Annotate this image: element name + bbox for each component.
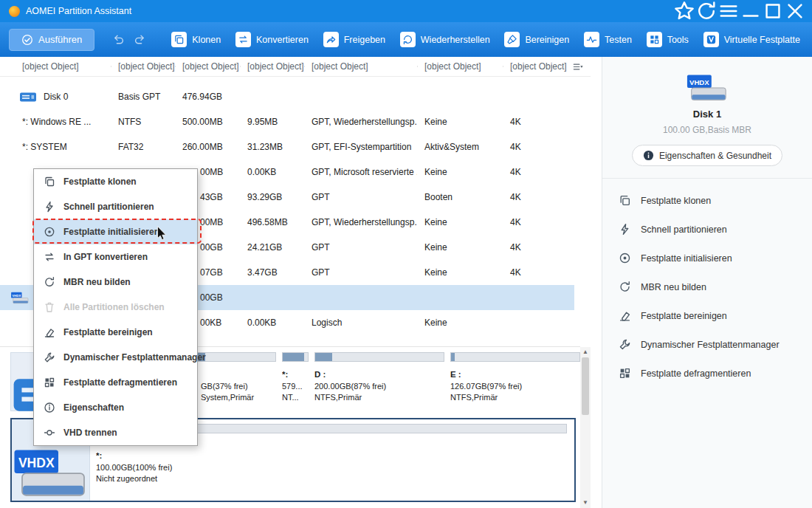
row-status: Keine	[417, 267, 503, 278]
undo-icon[interactable]	[112, 33, 125, 46]
toolbar-item-label: Virtuelle Festplatte	[724, 35, 800, 45]
context-menu-item-label: Festplatte initialisieren	[63, 227, 159, 237]
row-alignment: 4K	[503, 117, 568, 127]
context-menu-item[interactable]: Festplatte initialisieren	[34, 219, 197, 244]
disk-action-item[interactable]: Festplatte defragmentieren	[619, 359, 812, 388]
disk-action-label: Festplatte initialisieren	[641, 253, 732, 264]
toolbar-item-icon	[584, 32, 599, 47]
toolbar-item-icon	[171, 32, 187, 47]
context-menu-item[interactable]: In GPT konvertieren	[34, 244, 197, 270]
disk-action-item[interactable]: MBR neu bilden	[619, 272, 812, 301]
disk-action-icon	[619, 223, 631, 236]
properties-health-button[interactable]: Eigenschaften & Gesundheit	[632, 145, 782, 166]
toolbar-item-icon	[400, 32, 416, 47]
row-size: 476.94GB	[175, 92, 240, 102]
row-size: 500.00MB	[175, 117, 240, 127]
context-menu-item[interactable]: Eigenschaften	[34, 395, 197, 420]
context-menu-item[interactable]: Alle Partitionen löschen	[34, 295, 197, 320]
context-menu-item-label: Dynamischer Festplattenmanager	[63, 352, 206, 363]
row-status: Keine	[417, 242, 503, 253]
disk-action-label: MBR neu bilden	[641, 282, 706, 292]
toolbar-item-label: Konvertieren	[256, 35, 309, 45]
context-menu-item-icon	[44, 402, 55, 413]
scrollbar[interactable]: ▲ ▼	[580, 347, 591, 508]
toolbar-item[interactable]: Bereinigen	[504, 32, 569, 47]
context-menu-item-label: Festplatte bereinigen	[63, 327, 153, 337]
disk-action-item[interactable]: Festplatte initialisieren	[619, 244, 812, 272]
selected-disk-info: 100.00 GB,Basis MBR	[602, 125, 812, 135]
column-header[interactable]: [object Object]	[304, 61, 417, 72]
column-header[interactable]: [object Object]	[175, 61, 240, 72]
disk-action-icon	[619, 338, 631, 351]
close-button[interactable]	[784, 0, 806, 22]
row-alignment: 4K	[503, 267, 568, 278]
partition-fs: NT...	[282, 393, 309, 402]
scroll-thumb[interactable]	[582, 357, 589, 415]
table-row[interactable]: Disk 0 Basis GPT 476.94GB	[0, 84, 591, 109]
context-menu-item[interactable]: Festplatte bereinigen	[34, 320, 197, 345]
partition-letter: E :	[450, 370, 580, 380]
context-menu-item[interactable]: MBR neu bilden	[34, 270, 197, 295]
column-header[interactable]: [object Object]	[111, 61, 175, 72]
partition-block[interactable]: E : 126.07GB(97% frei) NTFS,Primär	[450, 352, 580, 411]
scroll-up-button[interactable]: ▲	[582, 347, 588, 357]
toolbar-item[interactable]: Klonen	[171, 32, 221, 47]
partition-block[interactable]: D : 200.00GB(87% frei) NTFS,Primär	[314, 352, 444, 411]
toolbar-item[interactable]: Testen	[584, 32, 632, 47]
row-size: 260.00MB	[175, 142, 240, 152]
context-menu-item[interactable]: Dynamischer Festplattenmanager	[34, 345, 197, 370]
usage-bar-fill	[283, 353, 304, 361]
row-alignment: 4K	[503, 192, 568, 202]
toolbar-item-label: Testen	[605, 35, 632, 45]
row-name: *: SYSTEM	[22, 142, 67, 152]
column-header[interactable]: [object Object]	[240, 61, 304, 72]
mouse-cursor	[156, 226, 167, 241]
redo-icon[interactable]	[134, 33, 146, 46]
row-used: 9.95MB	[240, 117, 304, 127]
partition-fs: NTFS,Primär	[314, 393, 444, 402]
menu-icon[interactable]	[718, 0, 740, 22]
context-menu-item[interactable]: Schnell partitionieren	[34, 194, 197, 219]
window-title: AOMEI Partition Assistant	[26, 6, 131, 16]
toolbar-item[interactable]: Wiederherstellen	[400, 32, 490, 47]
favorites-star-icon[interactable]	[673, 0, 695, 22]
disk-action-item[interactable]: Schnell partitionieren	[619, 215, 812, 244]
minimize-button[interactable]	[740, 0, 762, 22]
row-name: *: Windows RE ...	[22, 117, 91, 127]
context-menu-item-label: Alle Partitionen löschen	[63, 302, 165, 312]
disk-action-item[interactable]: Festplatte klonen	[619, 186, 812, 215]
column-header[interactable]: [object Object]	[503, 61, 568, 72]
refresh-icon[interactable]	[695, 0, 718, 22]
toolbar-item[interactable]: Freigeben	[323, 32, 385, 47]
disk-action-item[interactable]: Dynamischer Festplattenmanager	[619, 330, 812, 359]
scroll-down-button[interactable]: ▼	[582, 498, 588, 508]
maximize-button[interactable]	[762, 0, 784, 22]
partition-block[interactable]: *: 579... NT...	[282, 352, 309, 411]
app-window: AOMEI Partition Assistant Ausführen Klon…	[0, 0, 812, 508]
context-menu-item-label: In GPT konvertieren	[63, 252, 148, 262]
usage-bar	[282, 352, 309, 362]
toolbar-item[interactable]: Konvertieren	[235, 32, 309, 47]
context-menu-item-label: VHD trennen	[63, 428, 117, 438]
row-used: 24.21GB	[240, 242, 304, 253]
context-menu-item[interactable]: VHD trennen	[34, 420, 197, 445]
selected-disk-name: Disk 1	[602, 109, 812, 120]
context-menu-item-icon	[44, 377, 55, 388]
toolbar-item[interactable]: Tools	[647, 32, 689, 47]
toolbar-item[interactable]: Virtuelle Festplatte	[703, 32, 800, 47]
apply-button[interactable]: Ausführen	[9, 29, 94, 51]
toolbar-item-label: Wiederherstellen	[421, 35, 490, 45]
disk-action-item[interactable]: Festplatte bereinigen	[619, 301, 812, 330]
partition-size: 200.00GB(87% frei)	[314, 382, 444, 391]
column-header[interactable]: [object Object]	[0, 61, 111, 72]
column-header[interactable]: [object Object]	[417, 61, 503, 72]
context-menu-item[interactable]: Festplatte klonen	[34, 169, 197, 194]
row-type: GPT	[304, 242, 417, 253]
context-menu-item-icon	[44, 201, 55, 213]
column-settings-icon[interactable]	[568, 61, 591, 72]
context-menu-item[interactable]: Festplatte defragmentieren	[34, 370, 197, 395]
table-row[interactable]: *: Windows RE ... NTFS 500.00MB 9.95MB G…	[0, 109, 591, 134]
partition-size: 126.07GB(97% frei)	[450, 382, 580, 391]
table-row[interactable]: *: SYSTEM FAT32 260.00MB 31.23MB GPT, EF…	[0, 134, 591, 159]
toolbar-item-label: Klonen	[192, 35, 221, 45]
